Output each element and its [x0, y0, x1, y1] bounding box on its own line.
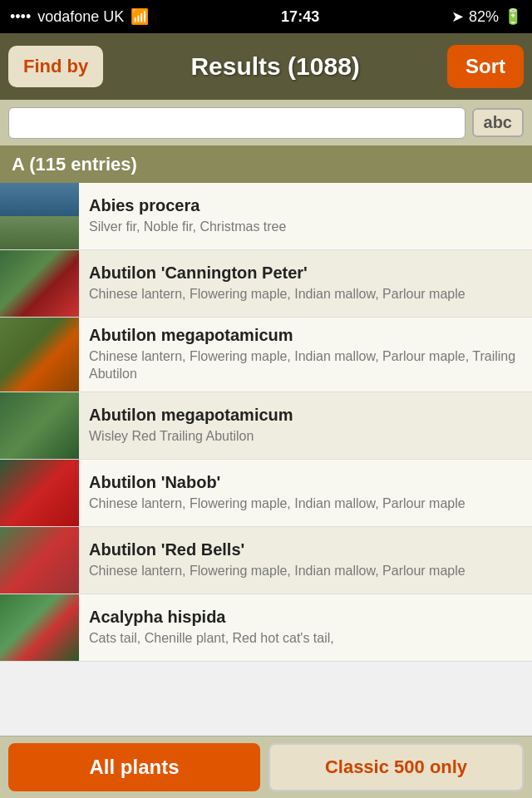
abc-button[interactable]: abc — [472, 108, 524, 137]
plant-info: Abutilon 'Nabob'Chinese lantern, Floweri… — [79, 460, 532, 526]
time-display: 17:43 — [281, 8, 319, 26]
plant-name: Abutilon 'Red Bells' — [89, 540, 522, 559]
plant-thumbnail — [0, 460, 79, 526]
carrier-label: vodafone UK — [37, 8, 124, 26]
section-header: A (115 entries) — [0, 145, 532, 183]
plant-item[interactable]: Abutilon 'Cannington Peter'Chinese lante… — [0, 250, 532, 318]
plant-info: Abutilon 'Cannington Peter'Chinese lante… — [79, 250, 532, 317]
plant-name: Abutilon 'Cannington Peter' — [89, 264, 522, 283]
search-bar: abc — [0, 100, 532, 145]
plant-item[interactable]: Abutilon megapotamicumWisley Red Trailin… — [0, 392, 532, 460]
battery-icon: 🔋 — [504, 7, 522, 26]
find-by-button[interactable]: Find by — [8, 46, 103, 87]
plant-thumbnail — [0, 594, 79, 661]
plant-info: Abutilon megapotamicumWisley Red Trailin… — [79, 392, 532, 459]
location-icon: ➤ — [451, 7, 464, 26]
classic-500-button[interactable]: Classic 500 only — [268, 743, 524, 791]
plant-item[interactable]: Abutilon 'Red Bells'Chinese lantern, Flo… — [0, 527, 532, 594]
results-title: Results (1088) — [190, 52, 359, 81]
battery-label: 82% — [469, 8, 499, 26]
plant-aliases: Silver fir, Noble fir, Christmas tree — [89, 219, 522, 236]
plant-aliases: Wisley Red Trailing Abutilon — [89, 428, 522, 446]
plant-thumbnail — [0, 183, 79, 249]
plant-info: Acalypha hispidaCats tail, Chenille plan… — [79, 594, 532, 661]
top-nav: Find by Results (1088) Sort — [0, 33, 532, 100]
plant-aliases: Chinese lantern, Flowering maple, Indian… — [89, 348, 522, 383]
plant-name: Abies procera — [89, 196, 522, 215]
plant-info: Abutilon megapotamicumChinese lantern, F… — [79, 318, 532, 392]
plant-name: Abutilon megapotamicum — [89, 406, 522, 425]
wifi-icon: 📶 — [131, 7, 149, 26]
plant-aliases: Cats tail, Chenille plant, Red hot cat's… — [89, 630, 522, 648]
plant-aliases: Chinese lantern, Flowering maple, Indian… — [89, 495, 522, 513]
search-input[interactable] — [8, 107, 466, 139]
plant-name: Acalypha hispida — [89, 608, 522, 627]
status-left: •••• vodafone UK 📶 — [10, 7, 149, 26]
plant-list: Abies proceraSilver fir, Noble fir, Chri… — [0, 183, 532, 662]
status-bar: •••• vodafone UK 📶 17:43 ➤ 82% 🔋 — [0, 0, 532, 33]
plant-item[interactable]: Abies proceraSilver fir, Noble fir, Chri… — [0, 183, 532, 250]
plant-item[interactable]: Acalypha hispidaCats tail, Chenille plan… — [0, 594, 532, 662]
section-header-text: A (115 entries) — [12, 154, 137, 175]
all-plants-button[interactable]: All plants — [8, 743, 260, 791]
plant-info: Abutilon 'Red Bells'Chinese lantern, Flo… — [79, 527, 532, 594]
signal-icon: •••• — [10, 8, 31, 26]
plant-thumbnail — [0, 527, 79, 594]
plant-aliases: Chinese lantern, Flowering maple, Indian… — [89, 563, 522, 580]
plant-thumbnail — [0, 392, 79, 459]
plant-name: Abutilon megapotamicum — [89, 326, 522, 345]
plant-item[interactable]: Abutilon 'Nabob'Chinese lantern, Floweri… — [0, 460, 532, 527]
plant-name: Abutilon 'Nabob' — [89, 473, 522, 492]
bottom-bar: All plants Classic 500 only — [0, 736, 532, 798]
plant-thumbnail — [0, 250, 79, 317]
status-right: ➤ 82% 🔋 — [451, 7, 522, 26]
plant-info: Abies proceraSilver fir, Noble fir, Chri… — [79, 183, 532, 249]
plant-item[interactable]: Abutilon megapotamicumChinese lantern, F… — [0, 318, 532, 392]
plant-thumbnail — [0, 318, 79, 392]
sort-button[interactable]: Sort — [447, 45, 524, 88]
plant-aliases: Chinese lantern, Flowering maple, Indian… — [89, 286, 522, 303]
